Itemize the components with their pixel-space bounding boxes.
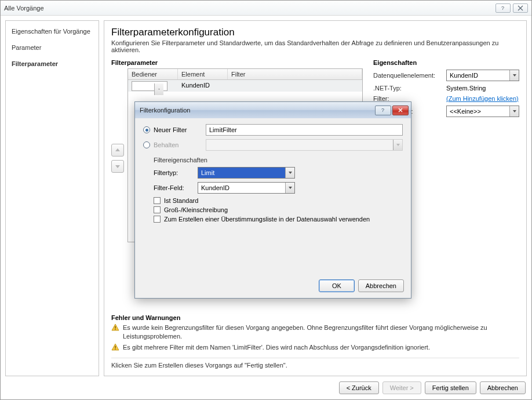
checkbox-matchlist[interactable] bbox=[154, 216, 161, 223]
checkbox-case[interactable] bbox=[154, 206, 161, 213]
chevron-down-icon bbox=[285, 168, 294, 178]
cb-label-matchlist: Zum Erstellen einer Überstimmungsliste i… bbox=[164, 216, 370, 223]
filtertyp-label: Filtertyp: bbox=[154, 169, 198, 176]
filterfeld-dropdown[interactable]: KundenID bbox=[198, 182, 295, 194]
filterfeld-label: Filter-Feld: bbox=[154, 184, 198, 191]
new-filter-input[interactable] bbox=[206, 124, 403, 136]
radio-new-filter[interactable] bbox=[143, 126, 150, 133]
svg-text:?: ? bbox=[381, 107, 384, 113]
filtertyp-dropdown[interactable]: Limit bbox=[198, 167, 295, 179]
checkbox-is-default[interactable] bbox=[154, 197, 161, 204]
filter-config-dialog: Filterkonfiguration ? Neuer Filter Behal… bbox=[134, 101, 411, 299]
cb-label-default: Ist Standard bbox=[164, 197, 198, 204]
ok-button[interactable]: OK bbox=[319, 279, 355, 292]
chevron-down-icon bbox=[285, 183, 294, 193]
radio-keep[interactable] bbox=[143, 141, 150, 148]
keep-dropdown bbox=[206, 139, 403, 151]
filterprops-heading: Filtereigenschaften bbox=[154, 157, 403, 163]
dialog-title: Filterkonfiguration bbox=[140, 107, 375, 114]
dialog-close-button[interactable] bbox=[392, 106, 409, 115]
dialog-titlebar: Filterkonfiguration ? bbox=[135, 102, 411, 118]
new-filter-label: Neuer Filter bbox=[154, 126, 202, 133]
keep-label: Behalten bbox=[154, 141, 202, 148]
cb-label-case: Groß-/Kleinschreibung bbox=[164, 206, 228, 213]
dialog-help-button[interactable]: ? bbox=[375, 106, 391, 115]
chevron-down-icon bbox=[393, 140, 402, 150]
dialog-cancel-button[interactable]: Abbrechen bbox=[358, 279, 404, 292]
